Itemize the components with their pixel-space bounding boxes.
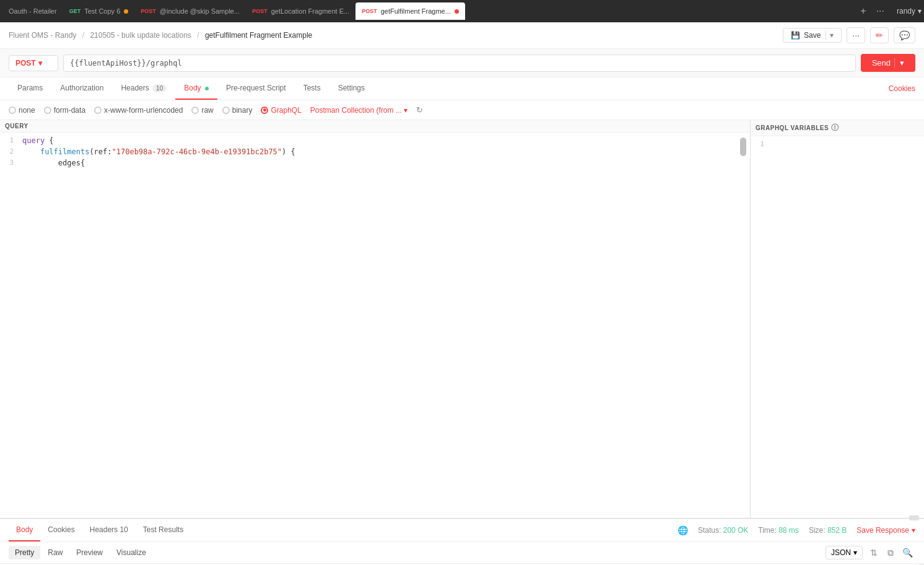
breadcrumb: Fluent OMS - Randy / 210505 - bulk updat… (9, 31, 312, 40)
body-active-dot (205, 87, 209, 90)
user-chevron: ▾ (918, 7, 922, 15)
tab-getlocation[interactable]: POST getLocation Fragment E... (246, 2, 355, 20)
status-label: Status: 200 OK (698, 526, 748, 535)
query-line-1: 1 query { (0, 135, 750, 146)
query-line-2: 2 fulfilments(ref:"170eb98a-792c-46cb-9e… (0, 146, 750, 157)
tab-method-post: POST (252, 8, 268, 14)
save-button[interactable]: 💾 Save ▾ (783, 28, 842, 43)
tab-testcopy6[interactable]: GET Test Copy 6 (63, 2, 135, 20)
edit-button[interactable]: ✏ (870, 27, 889, 43)
format-tabs: Pretty Raw Preview Visualize (9, 546, 152, 559)
send-label: Send (872, 58, 891, 68)
format-tab-raw[interactable]: Raw (41, 546, 69, 559)
tab-params[interactable]: Params (9, 77, 51, 100)
more-options-button[interactable]: ··· (847, 27, 865, 43)
tab-label: Test Copy 6 (84, 7, 120, 15)
query-variables-area: QUERY 1 query { 2 fulfilments(ref:"170eb… (0, 120, 924, 518)
send-chevron[interactable]: ▾ (894, 58, 904, 68)
url-bar: POST ▾ Send ▾ (0, 49, 924, 77)
request-tabs-list: Params Authorization Headers 10 Body Pre… (9, 77, 373, 100)
response-tab-tests[interactable]: Test Results (136, 519, 191, 541)
radio-graphql[interactable] (261, 107, 268, 114)
search-response-button[interactable]: 🔍 (900, 546, 915, 559)
tab-authorization[interactable]: Authorization (51, 77, 112, 100)
body-types: none form-data x-www-form-urlencoded raw… (0, 100, 924, 120)
json-format-selector[interactable]: JSON ▾ (826, 546, 863, 559)
response-tab-body[interactable]: Body (9, 519, 40, 541)
tab-skip-sample[interactable]: POST @include @skip Sample... (134, 2, 246, 20)
breadcrumb-collection: 210505 - bulk update locations (90, 31, 191, 40)
tab-label: Oauth - Retailer (9, 7, 57, 15)
response-tab-cookies[interactable]: Cookies (40, 519, 82, 541)
query-panel: QUERY 1 query { 2 fulfilments(ref:"170eb… (0, 120, 751, 518)
filter-icon-btn[interactable]: ⇅ (868, 546, 880, 559)
separator (0, 518, 924, 519)
url-input[interactable] (63, 55, 856, 72)
tab-settings[interactable]: Settings (329, 77, 373, 100)
resize-handle[interactable] (909, 515, 919, 520)
tab-label: @include @skip Sample... (160, 7, 240, 15)
tab-body[interactable]: Body (175, 77, 217, 100)
breadcrumb-page: getFulfilment Fragment Example (205, 31, 312, 40)
body-type-raw[interactable]: raw (191, 106, 213, 115)
format-tab-visualize[interactable]: Visualize (110, 546, 152, 559)
radio-binary[interactable] (222, 107, 230, 114)
radio-raw[interactable] (191, 107, 199, 114)
format-tab-pretty[interactable]: Pretty (9, 546, 40, 559)
tab-pre-request[interactable]: Pre-request Script (217, 77, 295, 100)
body-type-formdata[interactable]: form-data (44, 106, 85, 115)
tab-dot-active (455, 9, 459, 14)
copy-response-button[interactable]: ⧉ (885, 546, 896, 559)
breadcrumb-sep2: / (197, 31, 199, 40)
tab-label: getLocation Fragment E... (271, 7, 350, 15)
save-response-button[interactable]: Save Response ▾ (856, 526, 915, 535)
send-button[interactable]: Send ▾ (861, 54, 915, 72)
format-tab-preview[interactable]: Preview (70, 546, 109, 559)
username: randy (897, 7, 915, 15)
more-tabs-button[interactable]: ··· (871, 3, 889, 19)
body-type-urlencoded[interactable]: x-www-form-urlencoded (94, 106, 183, 115)
radio-formdata[interactable] (44, 107, 51, 114)
request-tabs: Params Authorization Headers 10 Body Pre… (0, 77, 924, 100)
variables-info-icon[interactable]: ⓘ (831, 123, 839, 133)
save-chevron[interactable]: ▾ (826, 31, 834, 40)
query-editor[interactable]: 1 query { 2 fulfilments(ref:"170eb98a-79… (0, 133, 750, 518)
body-type-none[interactable]: none (9, 106, 35, 115)
tab-method-get: GET (69, 8, 81, 14)
json-format-chevron: ▾ (853, 548, 857, 557)
response-tab-headers[interactable]: Headers 10 (82, 519, 136, 541)
tab-headers[interactable]: Headers 10 (112, 77, 175, 100)
response-action-buttons: ⧉ 🔍 (885, 546, 915, 559)
tab-getfulfilment[interactable]: POST getFulfilment Fragme... (355, 2, 465, 20)
radio-urlencoded[interactable] (94, 107, 102, 114)
time-stat: Time: 88 ms (758, 526, 799, 535)
method-selector[interactable]: POST ▾ (9, 55, 58, 71)
user-menu[interactable]: randy ▾ (897, 7, 922, 15)
radio-none[interactable] (9, 107, 16, 114)
tab-oauth[interactable]: Oauth - Retailer (2, 2, 63, 20)
tab-method-post: POST (141, 8, 156, 14)
format-actions: ⇅ (868, 546, 880, 559)
query-scrollbar-thumb (740, 138, 746, 156)
tab-dot (124, 9, 128, 14)
tab-bar: Oauth - Retailer GET Test Copy 6 POST @i… (0, 0, 924, 22)
format-controls: JSON ▾ ⇅ ⧉ 🔍 (826, 546, 915, 559)
size-stat: Size: 852 B (809, 526, 847, 535)
status-value: 200 OK (723, 526, 749, 535)
cookies-link[interactable]: Cookies (889, 84, 915, 93)
response-format-bar: Pretty Raw Preview Visualize JSON ▾ ⇅ ⧉ … (0, 542, 924, 564)
new-tab-button[interactable]: + (855, 3, 871, 19)
tab-tests[interactable]: Tests (295, 77, 329, 100)
body-type-binary[interactable]: binary (222, 106, 253, 115)
time-value: 88 ms (778, 526, 799, 535)
tab-label: getFulfilment Fragme... (381, 7, 451, 15)
variables-editor[interactable]: 1 (751, 136, 924, 518)
body-type-graphql[interactable]: GraphQL (261, 106, 301, 115)
refresh-button[interactable]: ↻ (416, 105, 423, 115)
comment-button[interactable]: 💬 (894, 27, 915, 43)
globe-icon: 🌐 (678, 525, 688, 535)
postman-chevron: ▾ (404, 106, 408, 115)
postman-collection-link[interactable]: Postman Collection (from ... ▾ (310, 106, 408, 115)
variables-line-1: 1 (751, 139, 924, 150)
response-header-bar: Body Cookies Headers 10 Test Results 🌐 S… (0, 519, 924, 542)
